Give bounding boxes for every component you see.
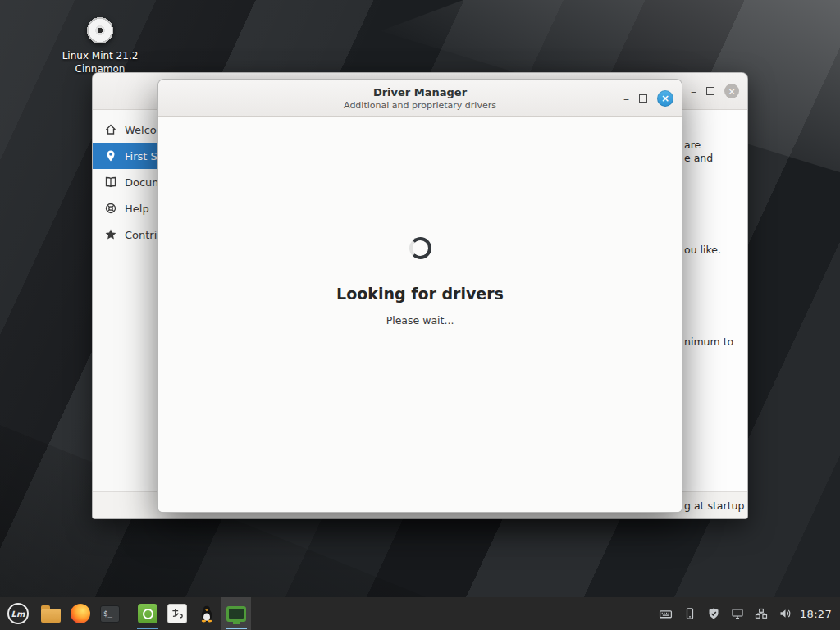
book-icon [104,176,117,189]
files-launcher[interactable] [36,597,66,630]
home-icon [104,123,117,136]
terminal-icon: $_ [100,605,120,623]
driver-manager-window: Driver Manager Additional and proprietar… [158,79,682,513]
driver-manager-body: Looking for drivers Please wait... [158,117,682,512]
folder-icon [41,609,61,623]
menu-button[interactable]: Lm [0,597,36,630]
content-text-fragment: nimum to [684,336,733,348]
system-tray [659,607,795,621]
taskbar-panel: Lm $_ [0,597,840,630]
update-shield-icon[interactable] [707,607,720,620]
mint-welcome-icon [138,604,158,623]
window-list-welcome[interactable] [133,597,162,630]
driver-manager-titlebar[interactable]: Driver Manager Additional and proprietar… [158,80,682,117]
sidebar-item-label: Help [125,203,149,215]
desktop-icon-linux-mint-iso[interactable]: Linux Mint 21.2 Cinnamon [59,15,141,75]
desktop-icon-label-line1: Linux Mint 21.2 [59,50,141,63]
pin-icon [104,149,117,162]
active-window-indicator [137,628,158,629]
firefox-icon [71,604,90,623]
help-icon [104,202,117,215]
active-window-indicator [226,628,247,629]
window-list-input-method[interactable] [162,597,192,630]
minimize-button[interactable]: – [691,85,696,97]
footer-text-fragment: g at startup [684,500,744,512]
removable-media-icon[interactable] [683,607,696,620]
close-button[interactable]: × [724,84,739,98]
close-button[interactable]: × [657,90,673,107]
window-title: Driver Manager [373,86,467,98]
maximize-button[interactable] [706,87,714,95]
terminal-launcher[interactable]: $_ [95,597,125,630]
input-method-icon [167,604,187,623]
status-heading: Looking for drivers [336,285,504,303]
mint-logo-icon: Lm [7,603,29,624]
star-icon [104,228,117,241]
maximize-button[interactable] [639,94,647,103]
volume-icon[interactable] [778,607,792,620]
clock[interactable]: 18:27 [795,608,840,620]
status-subtext: Please wait... [386,314,454,326]
window-list-tux[interactable] [192,597,221,630]
keyboard-layout-icon[interactable] [659,607,673,621]
display-settings-icon[interactable] [731,607,744,620]
driver-manager-icon [226,606,246,622]
window-subtitle: Additional and proprietary drivers [344,100,496,111]
tux-penguin-icon [198,605,216,623]
network-share-icon[interactable] [755,607,768,620]
minimize-button[interactable]: – [623,93,629,104]
firefox-launcher[interactable] [66,597,95,630]
loading-spinner-icon [409,237,431,259]
window-list-driver-manager[interactable] [221,597,251,630]
content-text-fragment: are [684,139,701,151]
disc-icon [84,15,116,46]
content-text-fragment: e and [684,152,713,164]
content-text-fragment: ou like. [684,244,721,256]
